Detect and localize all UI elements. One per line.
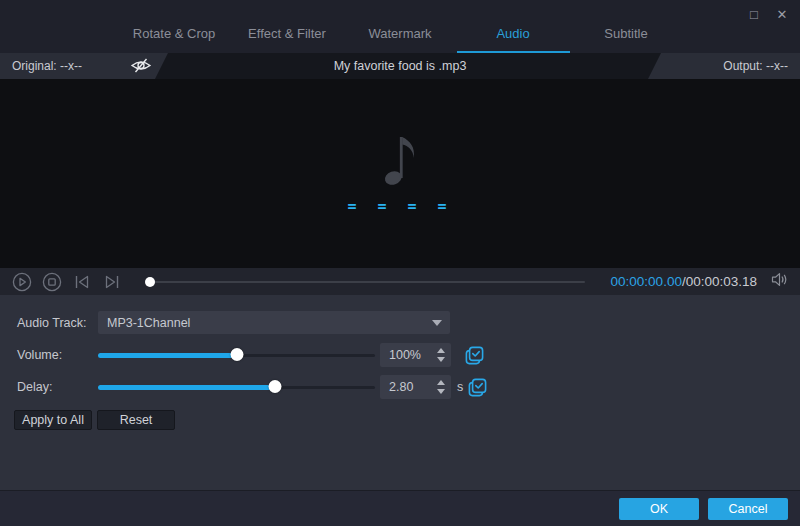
ok-button[interactable]: OK	[619, 498, 699, 520]
seek-handle[interactable]	[145, 277, 155, 287]
volume-slider-fill	[98, 353, 237, 358]
loading-dashes: = = = =	[347, 197, 452, 215]
player-bar: 00:00:00.00/00:00:03.18	[0, 268, 800, 295]
spin-up-icon[interactable]	[437, 380, 445, 385]
audio-editor-window: Rotate & Crop Effect & Filter Watermark …	[0, 0, 800, 526]
stop-icon	[42, 272, 62, 292]
delay-spinner[interactable]: 2.80	[380, 375, 451, 399]
tab-effect-filter[interactable]: Effect & Filter	[231, 26, 344, 53]
maximize-icon[interactable]: □	[746, 6, 762, 22]
window-controls: □ ✕	[746, 6, 790, 22]
spin-up-icon[interactable]	[437, 348, 445, 353]
seek-slider[interactable]	[150, 276, 585, 288]
music-note-icon	[380, 131, 422, 191]
stacked-check-icon	[465, 346, 484, 365]
previous-frame-button[interactable]	[72, 272, 92, 292]
delay-spin-arrows	[437, 375, 445, 399]
play-button[interactable]	[12, 272, 32, 292]
audio-settings-panel: Audio Track: MP3-1Channel Volume: 100%	[0, 295, 800, 490]
audio-track-label: Audio Track:	[17, 316, 98, 330]
next-frame-button[interactable]	[102, 272, 122, 292]
preview-area: = = = =	[0, 79, 800, 268]
volume-spinner[interactable]: 100%	[380, 343, 451, 367]
close-icon[interactable]: ✕	[774, 6, 790, 22]
previous-frame-icon	[73, 274, 91, 290]
delay-value: 2.80	[380, 380, 413, 394]
mute-button[interactable]	[771, 272, 788, 291]
seek-track	[150, 281, 585, 283]
next-frame-icon	[103, 274, 121, 290]
audio-track-value: MP3-1Channel	[107, 316, 190, 330]
tab-bar: Rotate & Crop Effect & Filter Watermark …	[0, 0, 800, 53]
play-icon	[12, 272, 32, 292]
delay-slider-handle[interactable]	[269, 380, 282, 393]
delay-unit: s	[457, 380, 463, 394]
volume-apply-toggle[interactable]	[465, 346, 484, 365]
delay-slider[interactable]	[98, 380, 375, 394]
output-size-section: Output: --x--	[648, 53, 800, 79]
time-current: 00:00:00.00	[611, 274, 682, 289]
audio-track-row: Audio Track: MP3-1Channel	[17, 311, 450, 334]
eye-off-icon	[130, 60, 152, 77]
panel-actions-row: Apply to All Reset	[14, 410, 175, 430]
spin-down-icon[interactable]	[437, 357, 445, 362]
original-size-label: Original: --x--	[12, 59, 82, 73]
reset-button[interactable]: Reset	[97, 410, 175, 430]
delay-row: Delay: 2.80 s	[17, 375, 487, 399]
tab-rotate-crop[interactable]: Rotate & Crop	[118, 26, 231, 53]
time-total: 00:00:03.18	[686, 274, 757, 289]
audio-track-dropdown[interactable]: MP3-1Channel	[98, 311, 450, 334]
volume-spin-arrows	[437, 343, 445, 367]
volume-slider-handle[interactable]	[230, 348, 243, 361]
cancel-button[interactable]: Cancel	[708, 498, 788, 520]
toggle-preview-button[interactable]	[130, 57, 152, 78]
stop-button[interactable]	[42, 272, 62, 292]
delay-label: Delay:	[17, 380, 98, 394]
output-size-label: Output: --x--	[723, 59, 788, 73]
footer-bar: OK Cancel	[0, 490, 800, 526]
chevron-down-icon	[432, 320, 442, 326]
tab-subtitle[interactable]: Subtitle	[570, 26, 683, 53]
delay-apply-toggle[interactable]	[468, 378, 487, 397]
stacked-check-icon	[468, 378, 487, 397]
apply-to-all-button[interactable]: Apply to All	[14, 410, 92, 430]
spin-down-icon[interactable]	[437, 389, 445, 394]
tab-audio[interactable]: Audio	[457, 26, 570, 53]
tab-watermark[interactable]: Watermark	[344, 26, 457, 53]
volume-label: Volume:	[17, 348, 98, 362]
volume-slider[interactable]	[98, 348, 375, 362]
speaker-icon	[771, 272, 788, 287]
volume-row: Volume: 100%	[17, 343, 484, 367]
preview-info-bar: My favorite food is .mp3 Original: --x--…	[0, 53, 800, 79]
tab-strip: Rotate & Crop Effect & Filter Watermark …	[118, 26, 683, 53]
time-display: 00:00:00.00/00:00:03.18	[611, 274, 757, 289]
delay-slider-fill	[98, 385, 275, 390]
volume-value: 100%	[380, 348, 421, 362]
